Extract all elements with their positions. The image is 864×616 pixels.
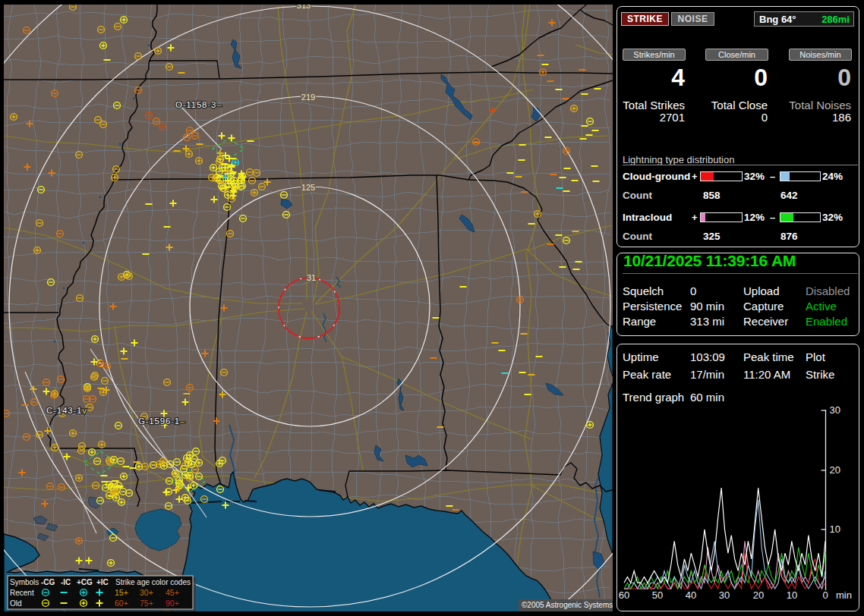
svg-text:30: 30 bbox=[719, 589, 730, 601]
svg-text:Recent: Recent bbox=[10, 589, 34, 597]
svg-text:15+: 15+ bbox=[115, 588, 128, 597]
svg-text:G-1596-1–: G-1596-1– bbox=[138, 416, 185, 426]
svg-text:10: 10 bbox=[787, 589, 797, 601]
svg-text:30: 30 bbox=[830, 406, 840, 416]
svg-text:20: 20 bbox=[753, 589, 764, 601]
svg-text:20: 20 bbox=[830, 464, 840, 476]
svg-text:90+: 90+ bbox=[166, 599, 179, 608]
svg-text:©2005 Astrogenic Systems: ©2005 Astrogenic Systems bbox=[522, 601, 613, 609]
svg-text:10: 10 bbox=[830, 523, 840, 535]
svg-text:60: 60 bbox=[619, 589, 629, 601]
svg-text:50: 50 bbox=[652, 589, 663, 601]
svg-text:-IC: -IC bbox=[61, 578, 71, 586]
svg-text:Strike age color codes: Strike age color codes bbox=[115, 578, 191, 586]
svg-text:+IC: +IC bbox=[96, 578, 109, 586]
svg-text:125: 125 bbox=[301, 183, 315, 192]
svg-text:30+: 30+ bbox=[140, 588, 153, 597]
svg-text:Old: Old bbox=[10, 599, 22, 608]
svg-text:45+: 45+ bbox=[166, 588, 179, 597]
svg-text:75+: 75+ bbox=[140, 599, 153, 608]
svg-text:Symbols: Symbols bbox=[10, 578, 39, 586]
svg-text:min: min bbox=[836, 589, 852, 601]
svg-text:C-143-1v: C-143-1v bbox=[46, 406, 87, 415]
svg-text:31: 31 bbox=[307, 273, 316, 282]
svg-text:+CG: +CG bbox=[77, 578, 93, 586]
svg-text:40: 40 bbox=[686, 589, 696, 601]
svg-text:0: 0 bbox=[822, 589, 828, 601]
svg-text:O-1158-3–: O-1158-3– bbox=[175, 100, 222, 109]
svg-text:60+: 60+ bbox=[115, 599, 128, 608]
svg-text:-CG: -CG bbox=[41, 578, 55, 586]
svg-text:219: 219 bbox=[301, 93, 315, 102]
